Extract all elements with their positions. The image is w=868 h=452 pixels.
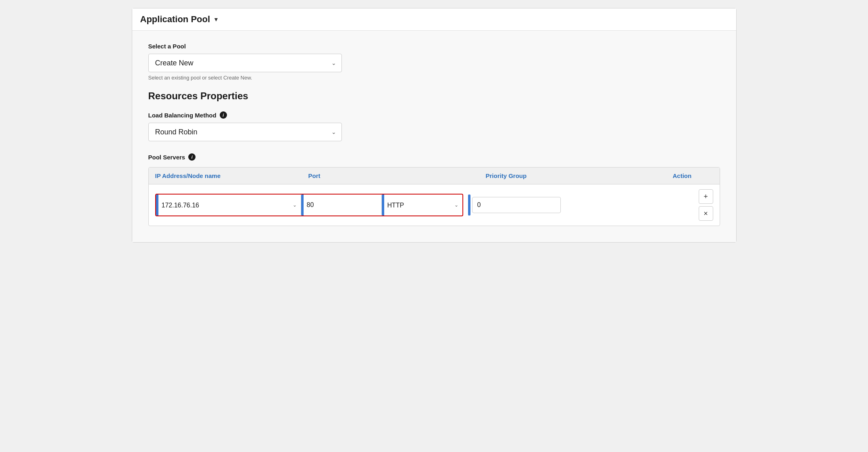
- panel-body: Select a Pool Create New Pool 1 Pool 2 ⌄…: [132, 31, 736, 242]
- col-header-port: Port: [308, 172, 397, 179]
- select-pool-group: Select a Pool Create New Pool 1 Pool 2 ⌄…: [148, 43, 720, 81]
- load-balancing-select[interactable]: Round Robin Least Connections IP Hash: [148, 123, 342, 141]
- table-header: IP Address/Node name Port Priority Group…: [149, 167, 720, 184]
- panel-title: Application Pool: [140, 14, 210, 25]
- table-body: 172.16.76.16 ⌄: [149, 184, 720, 226]
- ip-chevron-icon: ⌄: [293, 202, 297, 208]
- remove-row-button[interactable]: ×: [699, 206, 713, 221]
- priority-input[interactable]: [472, 197, 561, 213]
- load-balancing-group: Load Balancing Method i Round Robin Leas…: [148, 111, 720, 141]
- application-pool-panel: Application Pool ▼ Select a Pool Create …: [132, 8, 737, 243]
- col-header-ip: IP Address/Node name: [155, 172, 308, 179]
- servers-table: IP Address/Node name Port Priority Group…: [148, 167, 720, 226]
- pool-hint-text: Select an existing pool or select Create…: [148, 75, 720, 81]
- priority-blue-bar: [468, 195, 470, 216]
- panel-chevron-icon[interactable]: ▼: [213, 16, 219, 23]
- load-balancing-select-wrapper: Round Robin Least Connections IP Hash ⌄: [148, 123, 342, 141]
- http-chevron-icon: ⌄: [454, 202, 458, 208]
- ip-select[interactable]: 172.16.76.16: [158, 202, 293, 209]
- col-header-action: Action: [673, 172, 713, 179]
- port-input[interactable]: [304, 201, 391, 209]
- panel-header: Application Pool ▼: [132, 8, 736, 31]
- pool-servers-section: Pool Servers i IP Address/Node name Port…: [148, 153, 720, 226]
- ip-cell: 172.16.76.16 ⌄: [156, 195, 301, 216]
- col-header-protocol: [397, 172, 486, 179]
- pool-servers-info-icon[interactable]: i: [188, 153, 196, 161]
- row-red-border: 172.16.76.16 ⌄: [155, 194, 463, 216]
- add-row-button[interactable]: +: [699, 189, 713, 204]
- select-pool-label: Select a Pool: [148, 43, 720, 50]
- action-cell: + ×: [692, 189, 713, 221]
- http-select[interactable]: HTTP HTTPS: [384, 202, 454, 209]
- resources-title: Resources Properties: [148, 90, 720, 102]
- load-balancing-label: Load Balancing Method i: [148, 111, 720, 119]
- priority-cell: [468, 195, 692, 216]
- pool-select-wrapper: Create New Pool 1 Pool 2 ⌄: [148, 54, 342, 72]
- http-cell: HTTP HTTPS ⌄: [382, 195, 462, 216]
- pool-select[interactable]: Create New Pool 1 Pool 2: [148, 54, 342, 72]
- load-balancing-info-icon[interactable]: i: [220, 111, 227, 119]
- table-row: 172.16.76.16 ⌄: [155, 189, 713, 221]
- pool-servers-label: Pool Servers i: [148, 153, 720, 161]
- port-cell: [301, 195, 382, 216]
- col-header-priority: Priority Group: [486, 172, 673, 179]
